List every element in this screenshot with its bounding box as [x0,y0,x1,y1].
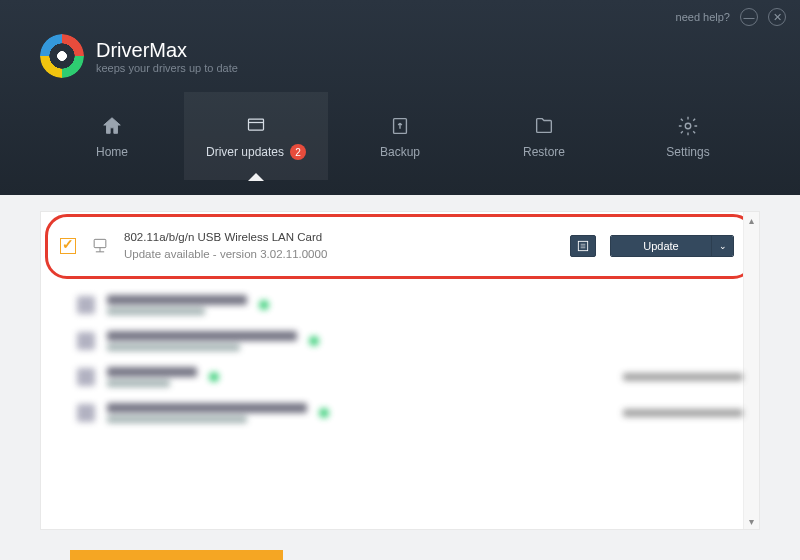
main-tabs: Home Driver updates 2 Backup Restore [0,92,800,180]
tab-home[interactable]: Home [40,92,184,180]
minimize-button[interactable]: — [740,8,758,26]
restore-icon [531,113,557,139]
list-item [77,359,743,395]
backup-icon [387,113,413,139]
driver-status: Update available - version 3.02.11.0000 [124,246,556,263]
tab-restore[interactable]: Restore [472,92,616,180]
tab-settings[interactable]: Settings [616,92,760,180]
update-dropdown-button[interactable]: ⌄ [711,236,733,256]
tab-label: Backup [380,145,420,159]
tab-backup[interactable]: Backup [328,92,472,180]
updates-icon [243,112,269,138]
driver-list-panel: ▴ ▾ 802.11a/b/g/n USB Wireless LAN Card … [40,211,760,530]
app-logo-icon [40,34,84,78]
tab-label: Settings [666,145,709,159]
titlebar: need help? — ✕ [0,0,800,34]
tab-label: Home [96,145,128,159]
close-button[interactable]: ✕ [768,8,786,26]
blurred-driver-list [41,281,759,437]
driver-row-highlighted: 802.11a/b/g/n USB Wireless LAN Card Upda… [45,214,755,279]
tab-label: Restore [523,145,565,159]
settings-icon [675,113,701,139]
scroll-down-icon[interactable]: ▾ [744,513,759,529]
updates-badge: 2 [290,144,306,160]
tab-driver-updates[interactable]: Driver updates 2 [184,92,328,180]
network-device-icon [90,236,110,256]
app-title: DriverMax [96,39,238,62]
brand-block: DriverMax keeps your drivers up to date [0,34,800,92]
update-split-button: Update ⌄ [610,235,734,257]
home-icon [99,113,125,139]
help-link[interactable]: need help? [676,11,730,23]
download-install-button[interactable]: DOWNLOAD AND INSTALL 2 [70,550,283,560]
list-item [77,287,743,323]
scroll-up-icon[interactable]: ▴ [744,212,759,228]
list-item [77,323,743,359]
app-subtitle: keeps your drivers up to date [96,62,238,74]
tab-label: Driver updates [206,145,284,159]
driver-details-button[interactable] [570,235,596,257]
driver-checkbox[interactable] [60,238,76,254]
driver-name: 802.11a/b/g/n USB Wireless LAN Card [124,229,556,246]
list-item [77,395,743,431]
svg-rect-4 [94,240,106,248]
svg-point-3 [685,123,691,129]
update-button[interactable]: Update [611,236,711,256]
svg-rect-0 [249,119,264,130]
